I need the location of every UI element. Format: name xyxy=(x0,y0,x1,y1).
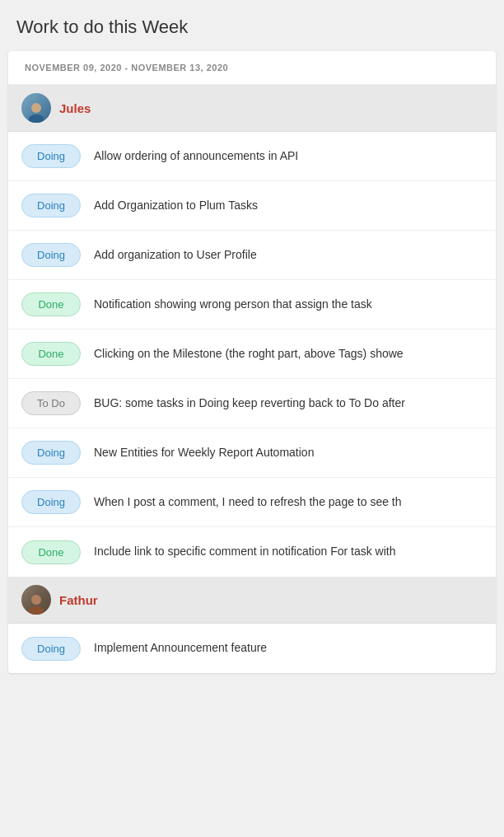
task-text: Add Organization to Plum Tasks xyxy=(94,198,258,214)
task-row: Done Notification showing wrong person t… xyxy=(8,280,496,330)
task-text: Include link to specific comment in noti… xyxy=(94,544,396,560)
status-badge-doing: Doing xyxy=(21,144,81,168)
task-row: Doing Add Organization to Plum Tasks xyxy=(8,181,496,231)
status-badge-done: Done xyxy=(21,540,81,564)
task-row: To Do BUG: some tasks in Doing keep reve… xyxy=(8,379,496,428)
task-text: Add organization to User Profile xyxy=(94,247,257,264)
user-name-jules: Jules xyxy=(59,101,91,115)
task-row: Done Clicking on the Milestone (the rogh… xyxy=(8,330,496,379)
task-text: BUG: some tasks in Doing keep reverting … xyxy=(94,395,405,412)
status-badge-doing: Doing xyxy=(21,637,81,661)
task-row: Doing Implement Announcement feature xyxy=(8,624,496,673)
task-text: Implement Announcement feature xyxy=(94,640,267,657)
status-badge-doing: Doing xyxy=(21,243,81,267)
status-badge-doing: Doing xyxy=(21,490,81,514)
task-row: Done Include link to specific comment in… xyxy=(8,527,496,577)
status-badge-done: Done xyxy=(21,342,81,366)
avatar-jules xyxy=(21,93,51,123)
task-text: New Entities for Weekly Report Automatio… xyxy=(94,445,314,461)
user-section-fathur: Fathur Doing Implement Announcement feat… xyxy=(8,577,496,673)
status-badge-doing: Doing xyxy=(21,194,81,217)
task-text: Allow ordering of announcements in API xyxy=(94,148,298,165)
user-section-jules: Jules Doing Allow ordering of announceme… xyxy=(8,85,496,577)
avatar-fathur xyxy=(21,585,51,615)
task-row: Doing New Entities for Weekly Report Aut… xyxy=(8,428,496,478)
status-badge-doing: Doing xyxy=(21,441,81,465)
user-header-fathur: Fathur xyxy=(8,577,496,624)
user-header-jules: Jules xyxy=(8,85,496,132)
main-container: NOVEMBER 09, 2020 - NOVEMBER 13, 2020 Ju… xyxy=(8,51,496,673)
task-text: When I post a comment, I need to refresh… xyxy=(94,494,402,511)
task-row: Doing When I post a comment, I need to r… xyxy=(8,478,496,527)
status-badge-done: Done xyxy=(21,292,81,316)
page-title: Work to do this Week xyxy=(0,0,504,51)
task-row: Doing Allow ordering of announcements in… xyxy=(8,132,496,181)
status-badge-todo: To Do xyxy=(21,391,81,415)
task-text: Notification showing wrong person that a… xyxy=(94,297,372,313)
user-name-fathur: Fathur xyxy=(59,593,98,607)
date-range-header: NOVEMBER 09, 2020 - NOVEMBER 13, 2020 xyxy=(8,51,496,85)
task-row: Doing Add organization to User Profile xyxy=(8,231,496,280)
task-text: Clicking on the Milestone (the roght par… xyxy=(94,346,404,362)
